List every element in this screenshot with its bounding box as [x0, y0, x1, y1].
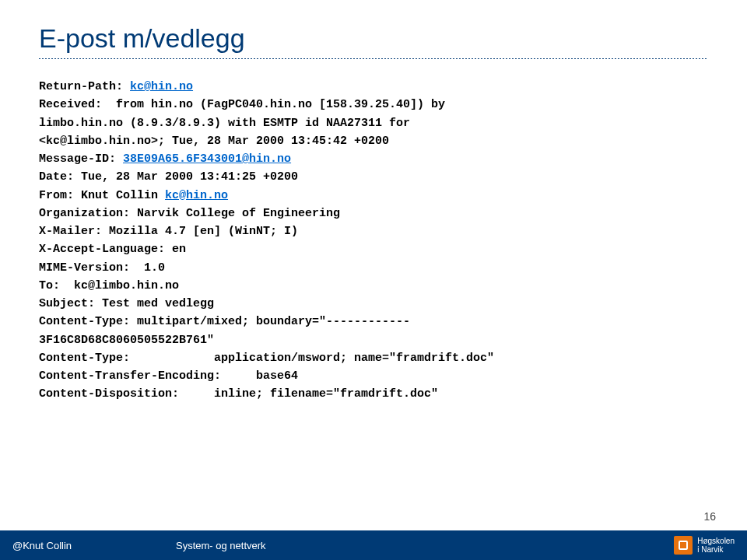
line-to: To: kc@limbo.hin.no [39, 279, 179, 292]
line-content-type-2: Content-Type: application/msword; name="… [39, 352, 494, 365]
page-title: E-post m/vedlegg [39, 23, 708, 54]
logo-text-line1: Høgskolen [697, 537, 735, 545]
line-message-id-label: Message-ID: [39, 152, 123, 166]
title-underline [39, 58, 708, 59]
email-headers: Return-Path: kc@hin.no Received: from hi… [39, 78, 708, 404]
page-number: 16 [703, 510, 716, 523]
line-received-2: limbo.hin.no (8.9.3/8.9.3) with ESMTP id… [39, 117, 410, 130]
link-message-id[interactable]: 38E09A65.6F343001@hin.no [123, 152, 291, 166]
line-transfer-encoding: Content-Transfer-Encoding: base64 [39, 369, 298, 383]
line-received-3: <kc@limbo.hin.no>; Tue, 28 Mar 2000 13:4… [39, 135, 389, 148]
link-return-path[interactable]: kc@hin.no [130, 80, 193, 93]
footer-course: System- og nettverk [176, 540, 674, 551]
slide: E-post m/vedlegg Return-Path: kc@hin.no … [0, 0, 747, 560]
line-date: Date: Tue, 28 Mar 2000 13:41:25 +0200 [39, 170, 298, 184]
line-accept-language: X-Accept-Language: en [39, 243, 186, 256]
line-return-path: Return-Path: [39, 80, 130, 93]
logo-text-line2: i Narvik [697, 545, 735, 554]
footer-bar: @Knut Collin System- og nettverk Høgskol… [0, 530, 747, 560]
line-content-type-1: Content-Type: multipart/mixed; boundary=… [39, 315, 410, 328]
logo-icon-inner [679, 541, 688, 550]
footer-logo: Høgskolen i Narvik [674, 536, 735, 555]
line-subject: Subject: Test med vedlegg [39, 297, 214, 310]
footer-author: @Knut Collin [12, 540, 176, 551]
logo-text: Høgskolen i Narvik [697, 537, 735, 554]
line-x-mailer: X-Mailer: Mozilla 4.7 [en] (WinNT; I) [39, 225, 298, 238]
link-from[interactable]: kc@hin.no [165, 189, 228, 202]
line-disposition: Content-Disposition: inline; filename="f… [39, 387, 438, 401]
line-from-label: From: Knut Collin [39, 189, 165, 202]
line-mime-version: MIME-Version: 1.0 [39, 261, 165, 275]
line-boundary: 3F16C8D68C8060505522B761" [39, 334, 214, 347]
logo-icon [674, 536, 693, 555]
line-organization: Organization: Narvik College of Engineer… [39, 207, 340, 220]
line-received-1: Received: from hin.no (FagPC040.hin.no [… [39, 98, 445, 111]
